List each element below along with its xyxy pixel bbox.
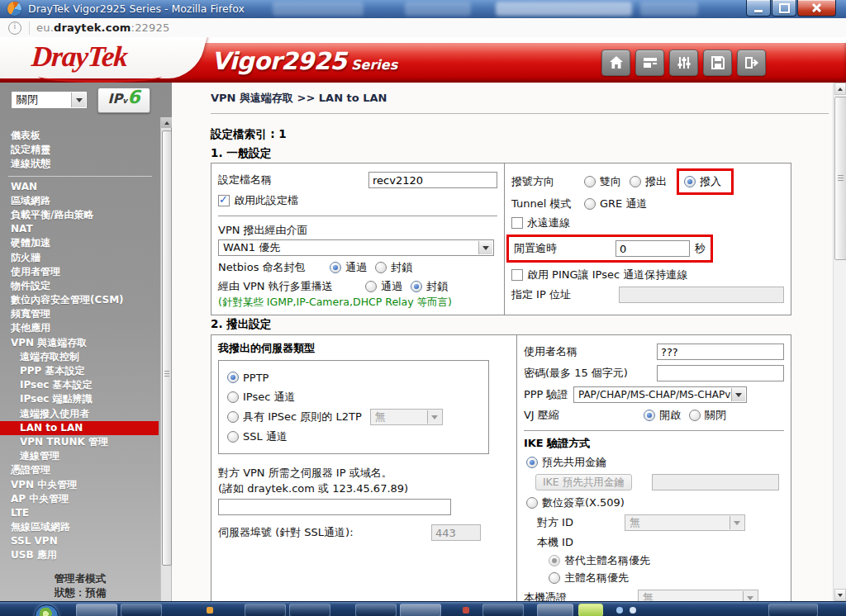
taskbar-app-button[interactable] bbox=[537, 604, 573, 616]
taskbar-tray-icon[interactable] bbox=[630, 607, 636, 614]
mode-select[interactable]: 關閉 bbox=[11, 91, 88, 109]
sidebar-item[interactable]: VPN 中央管理 bbox=[0, 478, 159, 492]
username-input[interactable] bbox=[657, 344, 784, 360]
sidebar-item[interactable]: 防火牆 bbox=[0, 251, 159, 265]
logout-button[interactable] bbox=[737, 50, 766, 76]
page-scroll-thumb[interactable] bbox=[834, 97, 846, 260]
sidebar-item[interactable]: PPP 基本設定 bbox=[0, 364, 159, 378]
browser-urlbar[interactable]: eu.draytek.com:22925 bbox=[0, 18, 846, 38]
sidebar-footer: 管理者模式 狀態：預備 bbox=[0, 571, 160, 599]
sidebar-item[interactable]: 儀表板 bbox=[0, 129, 159, 143]
multicast-pass-radio[interactable] bbox=[365, 281, 377, 292]
type-ssl-radio[interactable] bbox=[227, 431, 239, 443]
taskbar-app-button[interactable] bbox=[578, 604, 603, 616]
server-ip-input[interactable] bbox=[218, 499, 451, 515]
taskbar-app-button[interactable] bbox=[289, 604, 330, 616]
taskbar-app-button[interactable] bbox=[245, 604, 286, 616]
sidebar-item[interactable]: 憑證管理 bbox=[0, 463, 159, 477]
wizard-button[interactable] bbox=[635, 50, 664, 76]
vj-off-radio[interactable] bbox=[689, 410, 701, 421]
gre-tunnel-radio[interactable] bbox=[584, 198, 596, 210]
start-button[interactable] bbox=[35, 604, 59, 616]
vj-on-radio[interactable] bbox=[644, 410, 655, 421]
page-scrollbar[interactable] bbox=[833, 83, 846, 601]
type-pptp-radio[interactable] bbox=[227, 372, 239, 383]
sidebar-item[interactable]: LTE bbox=[0, 506, 159, 520]
sidebar-item[interactable]: 設定精靈 bbox=[0, 143, 159, 157]
scroll-up-icon[interactable] bbox=[834, 83, 846, 95]
netbios-pass-radio[interactable] bbox=[330, 262, 341, 273]
window-titlebar: DrayTek Vigor2925 Series - Mozilla Firef… bbox=[0, 0, 846, 19]
direction-dialin-radio[interactable] bbox=[684, 176, 696, 187]
sidebar-item[interactable]: 數位內容安全管理(CSM) bbox=[0, 293, 159, 307]
taskbar-tray-icon[interactable] bbox=[616, 607, 623, 614]
sidebar-item[interactable]: LAN to LAN bbox=[0, 421, 159, 435]
sidebar-item[interactable]: 使用者管理 bbox=[0, 265, 159, 279]
taskbar-app-button[interactable] bbox=[400, 604, 441, 616]
close-button[interactable] bbox=[797, 0, 836, 17]
taskbar-app-button[interactable] bbox=[482, 604, 524, 616]
ppp-auth-label: PPP 驗證 bbox=[524, 387, 573, 402]
vj-compression-label: VJ 壓縮 bbox=[524, 408, 644, 423]
password-input[interactable] bbox=[657, 365, 784, 381]
idle-timeout-input[interactable] bbox=[615, 240, 690, 257]
sidebar-scroll-thumb[interactable] bbox=[162, 130, 172, 566]
taskbar-app-button[interactable] bbox=[76, 604, 117, 616]
x509-radio[interactable] bbox=[526, 497, 538, 509]
sidebar-item[interactable]: USB 應用 bbox=[0, 548, 159, 562]
url-text[interactable]: eu.draytek.com:22925 bbox=[36, 21, 169, 34]
sidebar-item[interactable]: 無線區域網路 bbox=[0, 520, 159, 534]
sidebar-item[interactable]: 負載平衡/路由策略 bbox=[0, 208, 159, 222]
windows-taskbar[interactable] bbox=[0, 601, 846, 616]
home-button[interactable] bbox=[601, 50, 630, 76]
sidebar-item[interactable]: 其他應用 bbox=[0, 321, 159, 335]
sidebar-item[interactable]: IPsec 端點辨識 bbox=[0, 392, 159, 406]
taskbar-app-button[interactable] bbox=[355, 604, 397, 616]
ipv6-button[interactable]: IPv6 bbox=[97, 88, 150, 113]
sidebar-item[interactable]: 遠端存取控制 bbox=[0, 350, 159, 364]
sidebar-item[interactable]: IPsec 基本設定 bbox=[0, 378, 159, 392]
sidebar-scrollbar[interactable] bbox=[160, 117, 171, 616]
multicast-block-radio[interactable] bbox=[411, 281, 422, 292]
scroll-down-icon[interactable] bbox=[834, 589, 846, 601]
save-button[interactable] bbox=[703, 50, 732, 76]
sidebar-item[interactable]: 硬體加速 bbox=[0, 236, 159, 250]
ppp-auth-select[interactable]: PAP/CHAP/MS-CHAP/MS-CHAPv2 bbox=[573, 386, 747, 403]
settings-button[interactable] bbox=[669, 50, 698, 76]
psk-radio[interactable] bbox=[526, 457, 538, 468]
netbios-block-radio[interactable] bbox=[375, 262, 387, 273]
always-on-checkbox[interactable] bbox=[511, 217, 523, 229]
type-l2tp-radio[interactable] bbox=[227, 411, 239, 423]
cell-divider bbox=[524, 430, 784, 431]
sidebar-item[interactable]: VPN 與遠端存取 bbox=[0, 336, 159, 350]
taskbar-app-button[interactable] bbox=[121, 604, 162, 616]
ping-keepalive-checkbox[interactable] bbox=[511, 269, 523, 281]
minimize-button[interactable] bbox=[746, 0, 771, 17]
page-info-icon[interactable] bbox=[8, 21, 21, 35]
profile-name-input[interactable] bbox=[368, 172, 497, 188]
sidebar-item[interactable]: VPN TRUNK 管理 bbox=[0, 435, 159, 449]
sidebar-item[interactable]: WAN bbox=[0, 180, 159, 194]
sidebar-item[interactable]: 連線狀態 bbox=[0, 157, 159, 171]
scroll-up-icon[interactable] bbox=[161, 117, 172, 128]
sidebar-item[interactable]: 物件設定 bbox=[0, 279, 159, 293]
type-ipsec-radio[interactable] bbox=[227, 391, 239, 403]
sidebar-item[interactable] bbox=[0, 172, 159, 180]
direction-both-radio[interactable] bbox=[584, 176, 596, 187]
enable-profile-checkbox[interactable] bbox=[218, 195, 230, 206]
sidebar-item[interactable]: 區域網路 bbox=[0, 194, 159, 208]
sidebar-item[interactable]: 頻寬管理 bbox=[0, 307, 159, 321]
sidebar-item[interactable]: NAT bbox=[0, 222, 159, 236]
taskbar-app-icon[interactable] bbox=[207, 607, 213, 614]
sidebar-item[interactable]: 遠端撥入使用者 bbox=[0, 407, 159, 421]
dialout-through-select[interactable]: WAN1 優先 bbox=[218, 239, 494, 256]
sidebar-item[interactable]: SSL VPN bbox=[0, 534, 159, 548]
sidebar-item[interactable]: 連線管理 bbox=[0, 449, 159, 463]
taskbar-app-button[interactable] bbox=[768, 604, 818, 616]
subject-radio[interactable] bbox=[549, 572, 560, 584]
direction-dialout-radio[interactable] bbox=[630, 176, 641, 187]
maximize-button[interactable] bbox=[772, 0, 796, 17]
draytek-logo: DrayTek bbox=[31, 40, 129, 73]
sidebar-item[interactable]: AP 中央管理 bbox=[0, 492, 159, 506]
taskbar-app-icon[interactable] bbox=[463, 607, 469, 614]
